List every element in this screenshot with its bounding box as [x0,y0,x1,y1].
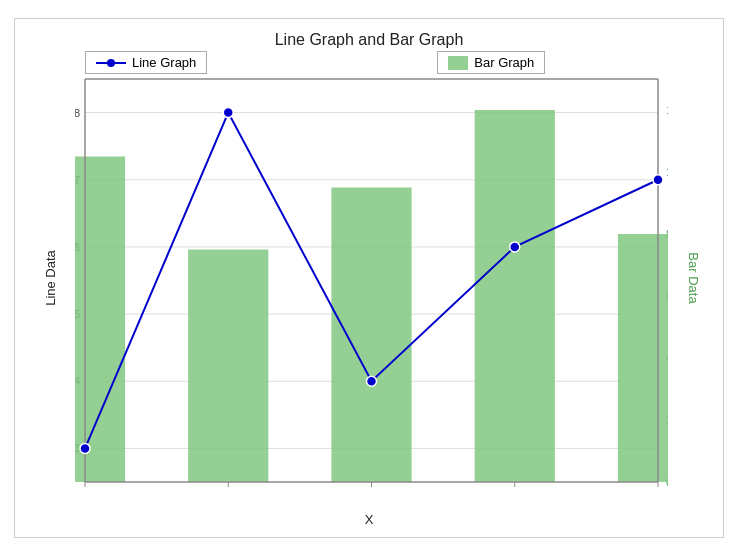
svg-text:10: 10 [666,166,668,178]
svg-rect-32 [188,250,268,483]
line-legend-icon [96,56,126,70]
svg-rect-33 [331,188,411,483]
legend-line: Line Graph [85,51,207,74]
legend: Line Graph Bar Graph [85,51,545,74]
svg-point-41 [223,108,233,118]
svg-rect-34 [475,110,555,482]
x-axis-label: X [15,512,723,527]
svg-point-43 [510,242,520,252]
svg-point-1 [107,59,115,67]
svg-point-40 [80,443,90,453]
chart-title: Line Graph and Bar Graph [15,31,723,49]
bar-legend-icon [448,56,468,70]
y-axis-right-label: Bar Data [686,252,701,303]
chart-svg: 34567802468101212345 [75,74,668,487]
legend-line-label: Line Graph [132,55,196,70]
legend-bar: Bar Graph [437,51,545,74]
chart-container: Line Graph and Bar Graph Line Graph Bar … [14,18,724,538]
svg-rect-31 [75,157,125,483]
svg-point-44 [653,175,663,185]
svg-text:8: 8 [75,107,80,119]
svg-point-42 [367,376,377,386]
y-axis-left-label: Line Data [43,250,58,306]
svg-rect-35 [618,234,668,482]
svg-text:12: 12 [666,104,668,116]
legend-bar-label: Bar Graph [474,55,534,70]
